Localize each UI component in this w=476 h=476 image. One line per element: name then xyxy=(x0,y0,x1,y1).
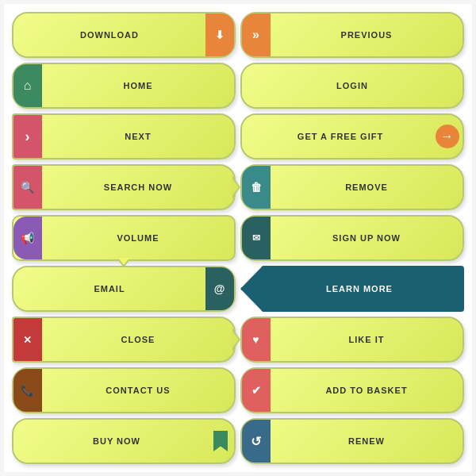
previous-button[interactable]: » PREVIOUS xyxy=(240,12,464,58)
email-button[interactable]: EMAIL @ xyxy=(12,266,236,312)
next-label: NEXT xyxy=(42,132,234,141)
sign-up-now-button[interactable]: ✉ SIGN UP NOW xyxy=(240,215,464,261)
volume-icon: 📢 xyxy=(13,217,42,259)
close-label: CLOSE xyxy=(42,335,234,344)
at-icon: @ xyxy=(205,267,234,310)
bookmark-icon xyxy=(213,431,228,451)
home-icon: ⌂ xyxy=(13,64,42,107)
volume-button[interactable]: 📢 VOLUME xyxy=(12,215,236,261)
buy-now-label: BUY NOW xyxy=(20,436,213,446)
email-sign-up-icon: ✉ xyxy=(242,217,271,259)
email-label: EMAIL xyxy=(13,284,205,294)
renew-label: RENEW xyxy=(271,436,463,446)
search-now-label: SEARCH NOW xyxy=(42,182,234,192)
button-grid: DOWNLOAD ⬇ » PREVIOUS ⌂ HOME LOGIN › NEX… xyxy=(4,4,472,472)
phone-icon: 📞 xyxy=(13,369,42,412)
login-button[interactable]: LOGIN xyxy=(240,63,464,109)
close-icon: ✕ xyxy=(13,318,42,361)
search-arrow-inner xyxy=(232,178,239,197)
sign-up-now-label: SIGN UP NOW xyxy=(271,233,463,243)
checkmark-icon: ✔ xyxy=(242,369,271,412)
next-icon: › xyxy=(13,115,42,158)
like-it-button[interactable]: ♥ LIKE IT xyxy=(240,317,464,363)
remove-label: REMOVE xyxy=(271,182,463,192)
download-label: DOWNLOAD xyxy=(13,30,205,40)
renew-button[interactable]: ↺ RENEW xyxy=(240,418,464,464)
learn-more-label: LEARN MORE xyxy=(256,284,463,294)
previous-icon: » xyxy=(242,13,271,56)
login-label: LOGIN xyxy=(242,81,463,90)
renew-icon: ↺ xyxy=(242,420,271,463)
buy-now-button[interactable]: BUY NOW xyxy=(12,418,236,464)
learn-more-button[interactable]: LEARN MORE xyxy=(240,266,464,312)
previous-label: PREVIOUS xyxy=(271,30,463,40)
add-to-basket-label: ADD TO BASKET xyxy=(271,386,463,395)
home-label: HOME xyxy=(42,81,234,90)
trash-icon: 🗑 xyxy=(242,166,271,209)
get-free-gift-label: GET A FREE GIFT xyxy=(242,132,436,141)
download-icon: ⬇ xyxy=(205,13,234,56)
close-arrow-inner xyxy=(232,330,239,349)
contact-us-button[interactable]: 📞 CONTACT US xyxy=(12,367,236,413)
like-it-label: LIKE IT xyxy=(271,335,463,344)
get-free-gift-button[interactable]: GET A FREE GIFT → xyxy=(240,113,464,159)
download-button[interactable]: DOWNLOAD ⬇ xyxy=(12,12,236,58)
add-to-basket-button[interactable]: ✔ ADD TO BASKET xyxy=(240,367,464,413)
remove-button[interactable]: 🗑 REMOVE xyxy=(240,164,464,210)
heart-icon: ♥ xyxy=(242,318,271,361)
contact-us-label: CONTACT US xyxy=(42,386,234,395)
close-button[interactable]: ✕ CLOSE xyxy=(12,317,236,363)
home-button[interactable]: ⌂ HOME xyxy=(12,63,236,109)
search-now-button[interactable]: 🔍 SEARCH NOW xyxy=(12,164,236,210)
get-free-gift-icon: → xyxy=(436,125,459,148)
next-button[interactable]: › NEXT xyxy=(12,113,236,159)
search-icon: 🔍 xyxy=(13,166,42,209)
volume-label: VOLUME xyxy=(42,233,234,243)
